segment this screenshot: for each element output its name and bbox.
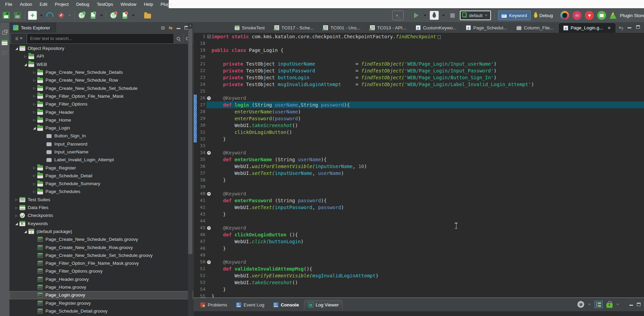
- search-icon[interactable]: [175, 34, 182, 43]
- qtest-icon[interactable]: [560, 11, 569, 20]
- expand-arrow-icon[interactable]: ▷: [31, 166, 37, 169]
- tree-row[interactable]: ▷ Page_Schedule_Detail: [10, 172, 193, 180]
- spy-web-icon[interactable]: [109, 11, 118, 19]
- tree-row[interactable]: ▷ Page_Home: [10, 116, 193, 124]
- code-line[interactable]: 49: [194, 252, 644, 259]
- editor-tab[interactable]: TC017 - Sche...: [270, 23, 319, 33]
- new-item-button[interactable]: +: [28, 11, 37, 20]
- code-line[interactable]: 41 def enterPassword (String password){: [194, 197, 644, 204]
- tree-row[interactable]: ▷ Page_Filter_Option_File_Name_Mask: [10, 92, 193, 100]
- code-line[interactable]: 28 enterUserName(userName): [194, 108, 644, 115]
- tree-row[interactable]: Page_Header.groovy: [10, 275, 193, 283]
- code-line[interactable]: 30 WebUI.takeScreenshot(): [194, 122, 644, 129]
- fold-marker[interactable]: [206, 74, 211, 81]
- minimize-icon[interactable]: [628, 27, 631, 28]
- fold-marker[interactable]: [206, 211, 211, 218]
- code-line[interactable]: 51 def validateInvalidAttempMsg(){: [194, 265, 644, 272]
- menu-item-help[interactable]: Help: [140, 0, 157, 8]
- tree-row[interactable]: ▷ Page_Create_New_Schedule_Row: [10, 76, 193, 84]
- tree-row[interactable]: Page_Create_New_Schedule_Details.groovy: [10, 235, 193, 243]
- tree-row[interactable]: ▷ Test Suites: [10, 196, 193, 204]
- expand-arrow-icon[interactable]: ▷: [31, 79, 37, 82]
- code-line[interactable]: 37 WebUI.setText(inputUserName, userName…: [194, 170, 644, 177]
- terminal-icon[interactable]: >_: [392, 11, 404, 20]
- tests-explorer-shortcut-icon[interactable]: [2, 40, 8, 45]
- editor-tab[interactable]: Page_Schedul...: [461, 23, 512, 33]
- fold-marker[interactable]: [206, 67, 211, 74]
- fold-marker[interactable]: [206, 115, 211, 122]
- editor-tab[interactable]: SmokeTest: [230, 23, 270, 33]
- git-icon[interactable]: [57, 11, 65, 19]
- tree-row[interactable]: Page_Schedule_Detail.groovy: [10, 307, 193, 315]
- code-line[interactable]: 46 def clickOnLoginButton (){: [194, 231, 644, 238]
- fold-marker[interactable]: [206, 54, 211, 60]
- more-chevron-down-icon[interactable]: [616, 304, 619, 305]
- expand-arrow-icon[interactable]: ▷: [31, 182, 37, 186]
- code-line[interactable]: 33: [194, 142, 644, 149]
- maximize-icon[interactable]: [636, 25, 640, 29]
- lock-icon[interactable]: [606, 303, 613, 308]
- tree-row[interactable]: ▷ Page_Create_New_Schedule_Details: [10, 68, 193, 76]
- fold-marker[interactable]: [206, 204, 211, 211]
- tree-row[interactable]: Input_userName: [10, 148, 193, 156]
- search-filter-button[interactable]: ≣: [12, 34, 26, 43]
- fold-marker[interactable]: [206, 60, 211, 67]
- strip-drag-handle[interactable]: ········: [0, 23, 9, 27]
- tree-row[interactable]: ▷ Page_Create_New_Schedule_Set_Schedule: [10, 84, 193, 92]
- collapse-all-icon[interactable]: ⊟: [161, 25, 165, 30]
- menu-item-testops[interactable]: TestOps: [93, 0, 117, 8]
- maximize-icon[interactable]: [637, 303, 641, 306]
- debug-chevron-down-icon[interactable]: [442, 15, 445, 16]
- code-line[interactable]: 53 WebUI.takeScreenshot(): [194, 279, 644, 286]
- fold-marker[interactable]: [206, 293, 211, 298]
- fold-marker[interactable]: [206, 163, 211, 170]
- code-editor[interactable]: 1 +import static com.kms.katalon.core.ch…: [194, 33, 644, 298]
- tree-row[interactable]: Page_Filter_Option_File_Name_Mask.groovy: [10, 259, 193, 267]
- fold-marker[interactable]: [206, 197, 211, 204]
- editor-tab[interactable]: CustomKeywo...: [411, 23, 461, 33]
- expand-arrow-icon[interactable]: ▷: [31, 102, 37, 106]
- tree-row[interactable]: Page_Home.groovy: [10, 283, 193, 291]
- close-icon[interactable]: ✕: [607, 26, 611, 30]
- tree-row[interactable]: ◢ WEB: [10, 60, 193, 68]
- expand-arrow-icon[interactable]: ▷: [14, 214, 19, 217]
- code-line[interactable]: 1 +import static com.kms.katalon.core.ch…: [194, 33, 644, 40]
- code-line[interactable]: 25: [194, 88, 644, 95]
- run-icon[interactable]: [412, 11, 420, 19]
- minimize-icon[interactable]: [629, 305, 633, 306]
- code-line[interactable]: 52 WebUI.verifyElementVisible(msgInvalid…: [194, 272, 644, 279]
- code-line[interactable]: 45 − @Keyword: [194, 224, 644, 231]
- fold-marker[interactable]: [206, 279, 211, 286]
- plugin-store-label[interactable]: Plugin Store: [620, 13, 644, 18]
- fold-marker[interactable]: [206, 101, 211, 108]
- bottom-tab[interactable]: Problems: [196, 300, 231, 310]
- menu-item-plugin[interactable]: Plugin: [157, 0, 177, 8]
- code-line[interactable]: 29 enterPassword(password): [194, 115, 644, 122]
- tree-row[interactable]: ▷ API: [10, 52, 193, 60]
- fold-marker[interactable]: [206, 88, 211, 95]
- fold-marker[interactable]: +: [206, 33, 211, 40]
- run-chevron-down-icon[interactable]: [424, 15, 426, 16]
- expand-arrow-icon[interactable]: ▷: [14, 198, 19, 201]
- view-chevron-down-icon[interactable]: [588, 304, 591, 305]
- tree-row[interactable]: ◢ Keywords: [10, 220, 193, 228]
- tab-tests-explorer[interactable]: Tests Explorer: [10, 23, 56, 33]
- expand-arrow-icon[interactable]: ▷: [31, 86, 37, 90]
- expand-arrow-icon[interactable]: ▷: [23, 55, 28, 58]
- code-line[interactable]: 26 − @Keyword: [194, 95, 644, 101]
- favorite-icon[interactable]: [585, 11, 594, 20]
- expand-arrow-icon[interactable]: ◢: [23, 230, 28, 233]
- editor-tab[interactable]: Page_Login.g... ✕: [558, 23, 616, 33]
- tree-row[interactable]: Page_Login.groovy: [10, 291, 193, 299]
- fold-marker[interactable]: −: [206, 224, 211, 231]
- code-line[interactable]: 34 − @Keyword: [194, 149, 644, 156]
- bottom-tab[interactable]: Event Log: [232, 300, 268, 310]
- expand-arrow-icon[interactable]: ▷: [31, 94, 37, 98]
- fold-marker[interactable]: −: [206, 149, 211, 156]
- code-line[interactable]: 54 }: [194, 286, 644, 293]
- fold-marker[interactable]: [206, 218, 211, 224]
- expand-arrow-icon[interactable]: ▷: [31, 110, 37, 114]
- fold-marker[interactable]: [206, 156, 211, 163]
- community-icon[interactable]: [573, 11, 581, 20]
- fold-marker[interactable]: [206, 183, 211, 190]
